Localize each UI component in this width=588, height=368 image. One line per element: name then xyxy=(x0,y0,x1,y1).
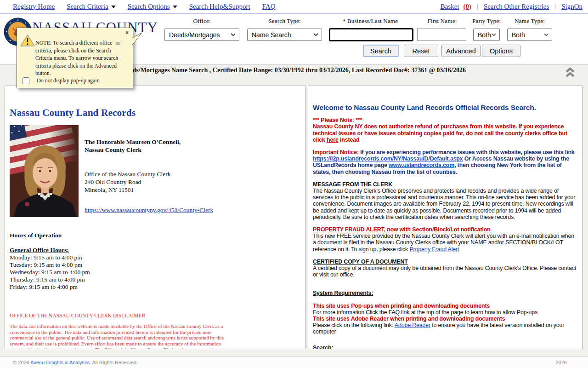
important-notice-seg1: If you are experiencing performance issu… xyxy=(359,149,575,155)
business-last-name-input[interactable] xyxy=(329,28,413,41)
chevron-down-icon xyxy=(313,33,318,36)
adobe-reader-link[interactable]: Adobe Reader xyxy=(395,322,430,328)
copyright-suffix: . All Rights Reserved. xyxy=(90,360,138,365)
chevron-down-icon xyxy=(492,33,496,36)
copyright-text: © 2026 Avenu Insights & Analytics. All R… xyxy=(13,360,138,365)
name-type-select-value: Both xyxy=(512,31,525,39)
dropdown-caret-icon xyxy=(173,6,177,8)
general-office-hours-title: General Office Hours: xyxy=(10,247,305,254)
please-note-title: *** Please Note: *** xyxy=(313,117,577,123)
advanced-button[interactable]: Advanced xyxy=(441,45,481,57)
party-type-select-value: Both xyxy=(478,31,491,39)
name-type-select[interactable]: Both xyxy=(507,29,552,41)
right-panel: Welcome to Nassau County Land Records Of… xyxy=(308,86,582,349)
adobe-notice-line: This site uses Adobe Reader when printin… xyxy=(313,316,577,322)
party-type-label: Party Type: xyxy=(465,17,508,25)
top-nav-right: Basket (0) | Search Other Registries | S… xyxy=(441,3,582,11)
popups-notice-line: This site uses Pop-ups when printing and… xyxy=(313,303,577,309)
please-note-block: *** Please Note: *** Nassau County NY do… xyxy=(313,117,577,143)
clerk-address-line: Mineola, NY 11501 xyxy=(85,186,213,194)
nav-help-support[interactable]: Search Help&Support xyxy=(189,3,250,11)
important-notice-block: Important Notice: If you are experiencin… xyxy=(313,149,577,175)
office-label: Office: xyxy=(164,17,239,25)
search-button[interactable]: Search xyxy=(363,45,399,57)
warning-icon xyxy=(20,34,35,47)
search-type-select[interactable]: Name Search xyxy=(247,29,322,41)
hours-line: Tuesday: 9:15 am to 4:00 pm xyxy=(10,261,305,269)
system-requirements-title: System Requirements: xyxy=(313,290,577,296)
clerk-address-line: Office of the Nassau County Clerk xyxy=(85,170,213,178)
adobe-body-seg1: Please click on the following link: xyxy=(313,322,395,328)
important-notice-label: Important Notice: xyxy=(313,149,359,155)
office-select[interactable]: Deeds/Mortgages xyxy=(164,29,239,41)
county-clerk-website-link[interactable]: https://www.nassaucountyny.gov/458/Count… xyxy=(85,207,213,213)
please-note-suffix: instead xyxy=(339,137,360,143)
disclaimer-title: OFFICE OF THE NASSAU COUNTY CLERK DISCLA… xyxy=(10,313,226,319)
welcome-heading: Welcome to Nassau County Land Records Of… xyxy=(313,104,577,111)
clerk-address-line: 240 Old Country Road xyxy=(85,178,213,186)
do-not-display-label: Do not display pop-up again xyxy=(37,77,100,84)
copyright-prefix: © 2026 xyxy=(13,360,30,365)
popup-note-text: NOTE: To search a different office -or- … xyxy=(35,39,126,77)
basket-link[interactable]: Basket xyxy=(441,3,459,11)
here-link[interactable]: here xyxy=(327,137,339,143)
basket-count-badge: (0) xyxy=(464,3,472,11)
party-type-select[interactable]: Both xyxy=(473,29,500,41)
left-panel-title: Nassau County Land Records xyxy=(10,107,305,119)
note-popup: NOTE: To search a different office -or- … xyxy=(17,28,133,88)
name-type-label: Name Type: xyxy=(503,17,556,25)
search-section-title: Search: xyxy=(313,345,577,349)
nav-faq[interactable]: FAQ xyxy=(262,3,276,11)
clerk-name-line2: Nassau County Clerk xyxy=(85,146,213,154)
search-options-link[interactable]: Search Options xyxy=(128,3,170,11)
do-not-display-checkbox[interactable] xyxy=(23,77,29,84)
system-requirements-block: This site uses Pop-ups when printing and… xyxy=(313,303,577,335)
uslandrecords-default-link[interactable]: https://i2p.uslandrecords.com/NY/Nassau/… xyxy=(313,155,463,162)
office-select-value: Deeds/Mortgages xyxy=(169,31,220,39)
basket-item[interactable]: Basket (0) xyxy=(441,3,471,11)
search-type-label: Search Type: xyxy=(247,17,322,25)
county-clerk-photo xyxy=(10,125,79,217)
popups-info-line: For more information Click the FAQ link … xyxy=(313,309,577,316)
search-other-registries-link[interactable]: Search Other Registries xyxy=(484,3,549,11)
signon-link[interactable]: SignOn xyxy=(561,3,582,11)
top-nav: Registry Home Search Criteria Search Opt… xyxy=(0,0,588,14)
faq-link[interactable]: FAQ xyxy=(262,3,276,11)
clerk-name-line1: The Honorable Maureen O'Connell, xyxy=(85,138,213,146)
popup-tail xyxy=(132,32,143,50)
certified-copy-body: A certified copy of a document may only … xyxy=(313,265,577,278)
footer: © 2026 Avenu Insights & Analytics. All R… xyxy=(0,356,588,368)
main-content: Deeds/Mortgages Name Search , Certified … xyxy=(0,64,588,356)
hours-line: Monday: 9:15 am to 4:00 pm xyxy=(10,254,305,261)
fraud-alert-block: PROPERTY FRAUD ALERT, now with Section/B… xyxy=(313,226,577,253)
business-last-name-label: * Business/Last Name xyxy=(322,17,419,25)
first-name-input[interactable] xyxy=(417,29,466,41)
first-name-label: First Name: xyxy=(411,17,473,25)
search-criteria-link[interactable]: Search Criteria xyxy=(67,3,108,11)
footer-year: 2026 xyxy=(556,360,567,365)
collapse-chevrons-icon[interactable] xyxy=(565,67,575,78)
nav-search-criteria[interactable]: Search Criteria xyxy=(67,3,115,11)
nav-search-options[interactable]: Search Options xyxy=(128,3,177,11)
registry-home-link[interactable]: Registry Home xyxy=(13,3,55,11)
fraud-alert-title: PROPERTY FRAUD ALERT, now with Section/B… xyxy=(313,226,577,233)
hours-line: Thursday: 9:15 am to 4:00 pm xyxy=(10,276,305,283)
search-help-support-link[interactable]: Search Help&Support xyxy=(189,3,250,11)
avenu-link[interactable]: Avenu Insights & Analytics xyxy=(30,360,90,365)
certified-copy-title: CERTIFIED COPY OF A DOCUMENT xyxy=(313,259,577,265)
nav-registry-home[interactable]: Registry Home xyxy=(13,3,55,11)
uslandrecords-home-link[interactable]: www.uslandrecords.com xyxy=(389,162,454,168)
close-icon[interactable]: × xyxy=(125,29,129,36)
dropdown-caret-icon xyxy=(111,6,116,8)
top-nav-left: Registry Home Search Criteria Search Opt… xyxy=(13,3,276,11)
property-fraud-alert-link[interactable]: Property Fraud Alert xyxy=(409,246,459,253)
clerk-message-block: MESSAGE FROM THE CLERK The Nassau County… xyxy=(313,181,577,220)
search-type-select-value: Name Search xyxy=(252,31,291,39)
chevron-down-icon xyxy=(231,33,236,36)
options-button[interactable]: Options xyxy=(482,45,520,57)
reset-button[interactable]: Reset xyxy=(404,45,438,57)
hours-line: Friday: 9:15 am to 4:00 pm xyxy=(10,283,305,291)
hours-of-operation-title: Hours of Operation xyxy=(10,232,305,239)
nav-separator: | xyxy=(477,3,478,10)
chevron-down-icon xyxy=(544,33,548,36)
